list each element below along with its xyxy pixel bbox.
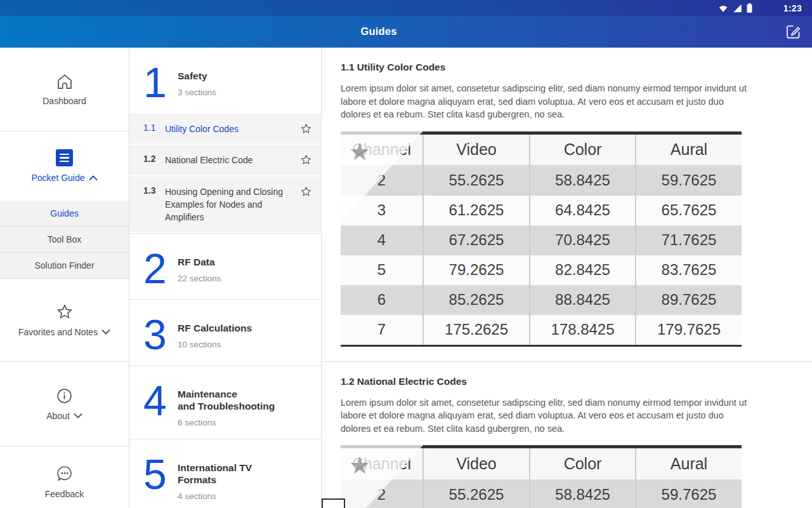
sidebar-item-label: Pocket Guide [31, 173, 84, 183]
cellular-signal-icon [733, 4, 742, 13]
app-screen: 1:23 Guides Dashboard [0, 0, 812, 508]
section-heading: 1.2 National Electric Codes [341, 376, 812, 387]
chapter-title: International TV Formats [178, 462, 252, 486]
favorite-star-icon[interactable] [298, 123, 312, 135]
favorite-star-icon[interactable] [298, 185, 312, 197]
table-cell: 65.7625 [636, 196, 742, 225]
sidebar-item-about[interactable]: About [0, 362, 129, 446]
table-header-cell: Color [530, 135, 636, 166]
table-row: 685.262588.842589.7625 [341, 285, 742, 315]
pocket-guide-icon [56, 149, 73, 166]
table-header-cell: Aural [636, 448, 742, 479]
table-cell: 5 [341, 255, 423, 285]
table-cell: 59.7625 [636, 479, 742, 508]
table-cell: 6 [341, 285, 423, 315]
chapter-title: Safety [178, 70, 216, 83]
table-row: 255.262558.842559.7625 [341, 166, 742, 196]
toc-subsection[interactable]: 1.2National Electric Code [129, 145, 321, 176]
sidebar-subitem-tool-box[interactable]: Tool Box [0, 227, 129, 253]
table-cell: 89.7625 [636, 285, 742, 315]
compose-icon [785, 23, 802, 41]
frequency-table: ChannelVideoColorAural255.262558.842559.… [341, 135, 742, 345]
table-header-cell: Video [423, 135, 530, 166]
chapter-title: RF Data [178, 257, 221, 269]
table-row: 7175.2625178.8425179.7625 [341, 315, 742, 345]
table-cell: 83.7625 [636, 255, 742, 285]
chapter-section-count: 6 sections [178, 418, 275, 427]
section-body: Lorem ipsum dolor sit amet, consetetur s… [341, 82, 748, 121]
chevron-down-icon [102, 329, 110, 335]
table-cell: 7 [341, 315, 423, 345]
favorite-star-icon[interactable] [298, 154, 312, 166]
watermark-star-icon: ★ [349, 453, 370, 478]
chapter-number: 5 [143, 457, 173, 491]
compose-button[interactable] [785, 23, 802, 41]
table-cell: 58.8425 [530, 479, 636, 508]
table-cell: 61.2625 [423, 196, 530, 225]
subsection-list: 1.1Utility Color Codes1.2National Electr… [129, 114, 321, 234]
toc-subsection[interactable]: 1.1Utility Color Codes [129, 114, 321, 145]
subsection-title: Utility Color Codes [165, 123, 298, 135]
battery-icon [747, 3, 752, 13]
chapter-section-count: 4 sections [178, 491, 252, 501]
table-cell: 4 [341, 225, 423, 255]
watermark-star-icon: ★ [349, 140, 370, 164]
table-cell: 88.8425 [530, 285, 636, 315]
pocket-guide-sub-list: GuidesTool BoxSolution Finder [0, 201, 129, 279]
status-bar: 1:23 [0, 0, 812, 16]
chapter-number: 2 [143, 251, 173, 286]
table-cell: 64.8425 [530, 196, 636, 225]
sidebar-item-favorites[interactable]: Favorites and Notes [0, 279, 129, 361]
chapter-section-count: 3 sections [178, 88, 216, 97]
toc-chapter[interactable]: 3RF Calculations10 sections [129, 300, 321, 366]
content-section: 1.1 Utility Color CodesLorem ipsum dolor… [341, 62, 812, 347]
table-cell: 85.2625 [423, 285, 530, 315]
chapter-number: 1 [143, 65, 173, 100]
sidebar-item-label: About [46, 411, 70, 421]
chevron-down-icon [74, 413, 82, 418]
subsection-number: 1.3 [143, 185, 165, 196]
star-icon [56, 304, 74, 321]
chapter-title: Maintenance and Troubleshooting [178, 389, 275, 413]
chapter-number: 4 [143, 384, 173, 418]
section-body: Lorem ipsum dolor sit amet, consetetur s… [341, 396, 748, 436]
chapter-section-count: 10 sections [178, 340, 252, 349]
table-cell: 67.2625 [423, 225, 530, 255]
table-cell: 58.8425 [530, 166, 636, 196]
content-pane: 1.1 Utility Color CodesLorem ipsum dolor… [322, 48, 812, 508]
sidebar: Dashboard Pocket Guide GuidesTool BoxSol… [0, 48, 129, 508]
sidebar-item-feedback[interactable]: Feedback [0, 446, 129, 508]
sidebar-subitem-solution-finder[interactable]: Solution Finder [0, 253, 129, 279]
chapter-title: RF Calculations [178, 323, 252, 335]
table-cell: 59.7625 [636, 166, 742, 196]
chapter-section-count: 22 sections [178, 274, 221, 283]
table-header-cell: Aural [636, 135, 742, 166]
table-cell: 71.7625 [636, 225, 742, 255]
table-row: 361.262564.842565.7625 [341, 196, 742, 225]
content-section: 1.2 National Electric CodesLorem ipsum d… [341, 376, 812, 508]
sidebar-item-label: Feedback [45, 489, 84, 499]
sidebar-item-label: Favorites and Notes [18, 327, 98, 337]
app-bar: Guides [0, 16, 812, 48]
sidebar-subitem-guides[interactable]: Guides [0, 201, 129, 227]
table-row: 579.262582.842583.7625 [341, 255, 742, 285]
table-cell: 179.7625 [636, 315, 742, 345]
toc-chapter[interactable]: 5International TV Formats4 sections [129, 439, 321, 508]
sidebar-item-label: Dashboard [43, 96, 86, 106]
subsection-number: 1.2 [143, 154, 165, 164]
toc-chapter[interactable]: 1Safety3 sections [129, 48, 321, 114]
home-icon [56, 73, 74, 90]
page-title: Guides [0, 25, 757, 37]
subsection-title: Housing Opening and Closing Examples for… [165, 185, 298, 224]
table-row: 255.262558.842559.7625 [341, 479, 742, 508]
sidebar-item-pocket-guide[interactable]: Pocket Guide [0, 131, 129, 201]
table-header-cell: Video [423, 448, 530, 479]
sidebar-item-dashboard[interactable]: Dashboard [0, 48, 129, 131]
toc-chapter[interactable]: 4Maintenance and Troubleshooting6 sectio… [129, 366, 321, 439]
chapter-number: 3 [143, 318, 173, 352]
toc-chapter[interactable]: 2RF Data22 sections [129, 234, 321, 300]
table-cell: 178.8425 [530, 315, 636, 345]
table-cell: 82.8425 [530, 255, 636, 285]
section-heading: 1.1 Utility Color Codes [341, 62, 812, 73]
toc-subsection[interactable]: 1.3Housing Opening and Closing Examples … [129, 177, 321, 234]
